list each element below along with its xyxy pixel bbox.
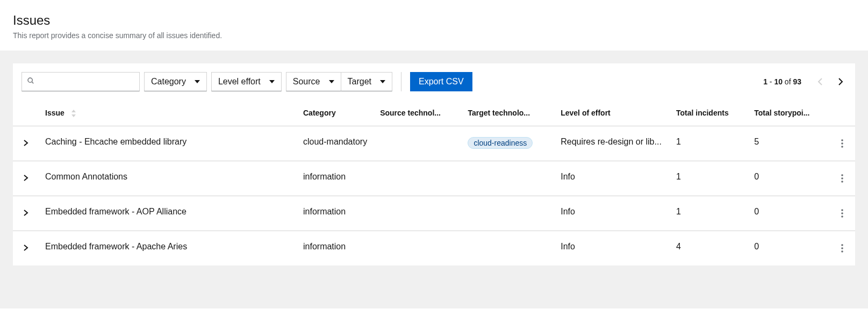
caret-down-icon [269,80,275,83]
row-actions-button[interactable] [839,137,845,150]
column-header-total-incidents: Total incidents [670,100,748,126]
svg-point-12 [841,247,843,249]
cell-target-tech [461,161,554,196]
svg-point-10 [841,215,843,218]
export-csv-button[interactable]: Export CSV [410,72,472,91]
column-header-target-tech: Target technolo... [461,100,554,126]
svg-point-13 [841,250,843,253]
column-header-issue[interactable]: Issue [39,100,297,126]
cell-source-tech [374,161,461,196]
cell-category: information [297,231,374,266]
column-header-category: Category [297,100,374,126]
row-actions-button[interactable] [839,242,845,255]
cell-total-storypoints: 0 [748,231,829,266]
column-header-total-storypoints: Total storypoi... [748,100,829,126]
pagination-total: 93 [793,77,801,86]
chevron-right-icon [23,209,28,217]
svg-point-6 [841,177,843,179]
caret-down-icon [329,80,334,83]
cell-source-tech [374,231,461,266]
chevron-right-icon [23,174,28,182]
svg-point-8 [841,209,843,211]
column-header-level-effort: Level of effort [554,100,670,126]
table-row: Caching - Ehcache embedded librarycloud-… [13,126,855,161]
row-actions-button[interactable] [839,207,845,220]
source-filter-label: Source [293,77,320,87]
pagination-range-start: 1 [763,77,767,86]
chevron-left-icon [817,78,823,85]
cell-category: information [297,196,374,231]
svg-point-3 [841,142,843,145]
expand-row-button[interactable] [21,207,31,219]
chevron-right-icon [23,244,28,251]
caret-down-icon [195,80,200,83]
target-filter[interactable]: Target [341,72,392,91]
search-input[interactable] [21,72,140,91]
cell-total-incidents: 1 [670,126,748,161]
pagination-of-label: of [785,77,791,86]
cell-total-incidents: 1 [670,196,748,231]
cell-issue: Common Annotations [39,161,297,196]
cell-target-tech: cloud-readiness [461,126,554,161]
cell-total-incidents: 4 [670,231,748,266]
cell-target-tech [461,196,554,231]
cell-issue: Embedded framework - AOP Alliance [39,196,297,231]
svg-point-5 [841,174,843,176]
caret-down-icon [380,80,385,83]
cell-source-tech [374,126,461,161]
cell-total-incidents: 1 [670,161,748,196]
issues-card: Category Level effort Source Target Expo… [13,63,855,265]
table-row: Common AnnotationsinformationInfo10 [13,161,855,196]
cell-total-storypoints: 5 [748,126,829,161]
cell-total-storypoints: 0 [748,196,829,231]
cell-total-storypoints: 0 [748,161,829,196]
pagination-range-end: 10 [774,77,783,86]
cell-source-tech [374,196,461,231]
issues-table: Issue Category Source technol... Target … [13,100,855,265]
kebab-icon [841,139,843,148]
kebab-icon [841,244,843,253]
cell-target-tech [461,231,554,266]
chevron-right-icon [838,78,843,85]
cell-level-effort: Requires re-design or lib... [554,126,670,161]
toolbar-divider [401,72,401,91]
pagination-range-dropdown[interactable]: 1 - 10 of 93 [763,77,806,86]
expand-row-button[interactable] [21,137,31,149]
cell-level-effort: Info [554,161,670,196]
svg-point-11 [841,244,843,246]
svg-point-4 [841,146,843,148]
table-row: Embedded framework - AOP Allianceinforma… [13,196,855,231]
column-header-issue-label: Issue [45,109,64,117]
kebab-icon [841,209,843,218]
svg-point-2 [841,139,843,141]
cell-issue: Caching - Ehcache embedded library [39,126,297,161]
target-tech-badge: cloud-readiness [468,137,533,149]
chevron-right-icon [23,139,28,147]
toolbar: Category Level effort Source Target Expo… [13,63,855,100]
page-subtitle: This report provides a concise summary o… [13,31,855,40]
cell-level-effort: Info [554,196,670,231]
level-effort-filter[interactable]: Level effort [211,72,282,91]
page-title: Issues [13,13,855,28]
category-filter-label: Category [151,77,186,87]
sort-icon [71,110,76,117]
expand-row-button[interactable] [21,172,31,184]
level-effort-filter-label: Level effort [218,77,261,87]
pagination-prev-button[interactable] [814,75,826,89]
cell-category: information [297,161,374,196]
svg-point-7 [841,181,843,183]
expand-row-button[interactable] [21,242,31,254]
target-filter-label: Target [348,77,371,87]
cell-level-effort: Info [554,231,670,266]
svg-point-9 [841,212,843,214]
cell-issue: Embedded framework - Apache Aries [39,231,297,266]
cell-category: cloud-mandatory [297,126,374,161]
table-row: Embedded framework - Apache Ariesinforma… [13,231,855,266]
column-header-source-tech: Source technol... [374,100,461,126]
pagination-next-button[interactable] [835,75,847,89]
category-filter[interactable]: Category [144,72,207,91]
row-actions-button[interactable] [839,172,845,185]
kebab-icon [841,174,843,183]
source-filter[interactable]: Source [286,72,341,91]
